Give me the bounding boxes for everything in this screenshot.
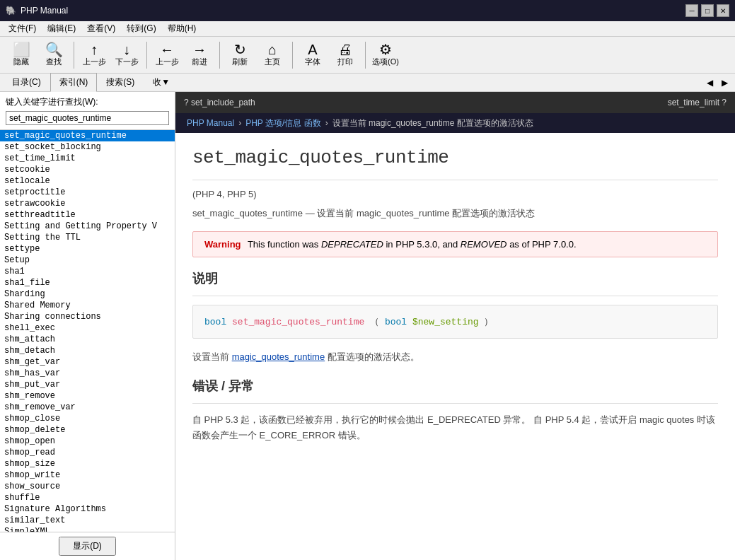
menu-file[interactable]: 文件(F) <box>3 21 42 36</box>
list-item[interactable]: shmop_open <box>0 436 175 447</box>
list-item[interactable]: set_magic_quotes_runtime <box>0 130 175 141</box>
list-item[interactable]: setproctitle <box>0 187 175 198</box>
arrow-left-icon[interactable]: ◀ <box>702 75 717 91</box>
func-title: set_magic_quotes_runtime <box>192 147 718 168</box>
toolbar-sep-4 <box>292 42 293 69</box>
tb-font[interactable]: A 字体 <box>297 40 328 71</box>
list-item[interactable]: SimpleXML <box>0 526 175 532</box>
app-title: PHP Manual <box>21 6 68 16</box>
menu-view[interactable]: 查看(V) <box>81 21 121 36</box>
list-item[interactable]: setcookie <box>0 164 175 175</box>
close-button[interactable]: ✕ <box>717 4 729 17</box>
breadcrumb-sep-1: › <box>238 118 241 128</box>
menu-edit[interactable]: 编辑(E) <box>42 21 81 36</box>
list-item[interactable]: shm_remove <box>0 390 175 402</box>
list-item[interactable]: shm_put_var <box>0 379 175 390</box>
nav-next-link[interactable]: set_time_limit ? <box>668 98 727 107</box>
list-item[interactable]: shm_remove_var <box>0 402 175 413</box>
tb-home-label: 主页 <box>265 57 280 67</box>
content-nav-right: set_time_limit ? <box>668 98 727 107</box>
warning-removed: REMOVED <box>461 239 507 250</box>
hide-icon: ⬜ <box>13 42 30 57</box>
minimize-button[interactable]: ─ <box>685 4 698 17</box>
list-item[interactable]: similar_text <box>0 515 175 526</box>
list-item[interactable]: setlocale <box>0 175 175 187</box>
toolbar: ⬜ 隐藏 🔍 查找 ↑ 上一步 ↓ 下一步 ← 上一步 → 前进 ↻ 刷新 ⌂ … <box>0 37 735 74</box>
maximize-button[interactable]: □ <box>701 4 714 17</box>
list-item[interactable]: settype <box>0 243 175 255</box>
list-item[interactable]: shm_detach <box>0 345 175 356</box>
title-bar: 🐘 PHP Manual ─ □ ✕ <box>0 0 735 21</box>
tb-prev[interactable]: ↑ 上一步 <box>79 40 110 71</box>
list-item[interactable]: shuffle <box>0 492 175 503</box>
code-param-type: bool <box>385 317 407 327</box>
list-item[interactable]: show_source <box>0 481 175 492</box>
set-desc-link[interactable]: magic_quotes_runtime <box>232 351 325 362</box>
nav-prev-link[interactable]: ? set_include_path <box>184 98 255 107</box>
sidebar: 键入关键字进行查找(W): set_magic_quotes_runtimese… <box>0 92 175 560</box>
list-item[interactable]: Setup <box>0 255 175 266</box>
list-item[interactable]: shm_has_var <box>0 368 175 379</box>
search-input[interactable] <box>6 111 169 125</box>
title-bar-left: 🐘 PHP Manual <box>6 6 68 16</box>
tb-forward[interactable]: → 前进 <box>184 40 215 71</box>
tb-forward-label: 前进 <box>192 57 207 67</box>
nav-tabs: 目录(C) 索引(N) 搜索(S) 收▼ ◀ ▶ <box>0 74 735 92</box>
tb-options[interactable]: ⚙ 选项(O) <box>370 40 401 71</box>
list-item[interactable]: shmop_size <box>0 458 175 469</box>
tb-font-label: 字体 <box>305 57 320 67</box>
list-item[interactable]: setrawcookie <box>0 198 175 209</box>
list-item[interactable]: set_time_limit <box>0 153 175 164</box>
list-item[interactable]: shell_exec <box>0 322 175 334</box>
list-item[interactable]: Setting the TTL <box>0 232 175 243</box>
list-item[interactable]: Shared Memory <box>0 300 175 311</box>
list-item[interactable]: shmop_close <box>0 413 175 424</box>
back-icon: ← <box>160 42 174 57</box>
list-item[interactable]: sha1 <box>0 266 175 277</box>
section-shuoming: 说明 <box>192 270 718 287</box>
tb-print[interactable]: 🖨 打印 <box>330 40 361 71</box>
set-desc-before: 设置当前 <box>192 351 229 362</box>
list-item[interactable]: shm_attach <box>0 334 175 345</box>
toolbar-sep-1 <box>74 42 74 69</box>
tab-toc[interactable]: 目录(C) <box>3 73 50 92</box>
menu-goto[interactable]: 转到(G) <box>121 21 161 36</box>
breadcrumb-home[interactable]: PHP Manual <box>187 118 234 128</box>
list-item[interactable]: shmop_write <box>0 469 175 481</box>
list-item[interactable]: Setting and Getting Property V <box>0 221 175 232</box>
list-item[interactable]: shmop_read <box>0 447 175 458</box>
find-icon: 🔍 <box>45 42 63 57</box>
list-item[interactable]: shm_get_var <box>0 356 175 368</box>
tab-index[interactable]: 索引(N) <box>50 73 98 92</box>
arrow-right-icon[interactable]: ▶ <box>717 75 732 91</box>
section-errors: 错误 / 异常 <box>192 378 718 395</box>
list-item[interactable]: set_socket_blocking <box>0 141 175 153</box>
list-item[interactable]: Sharing connections <box>0 311 175 322</box>
tab-collect[interactable]: 收▼ <box>144 73 179 92</box>
list-item[interactable]: sha1_file <box>0 277 175 288</box>
tb-back[interactable]: ← 上一步 <box>151 40 183 71</box>
warning-box: Warning This function was DEPRECATED in … <box>192 231 718 257</box>
sidebar-search: 键入关键字进行查找(W): <box>0 92 175 130</box>
sidebar-footer: 显示(D) <box>0 532 175 560</box>
warning-text-after: as of PHP 7.0.0. <box>509 239 576 250</box>
breadcrumb-section[interactable]: PHP 选项/信息 函数 <box>245 117 320 129</box>
list-item[interactable]: setthreadtitle <box>0 209 175 221</box>
tab-search[interactable]: 搜索(S) <box>97 73 144 92</box>
window-controls: ─ □ ✕ <box>685 4 729 17</box>
tb-next[interactable]: ↓ 下一步 <box>111 40 142 71</box>
list-item[interactable]: Signature Algorithms <box>0 503 175 515</box>
code-box: bool set_magic_quotes_runtime （ bool $ne… <box>192 305 718 339</box>
tb-refresh[interactable]: ↻ 刷新 <box>224 40 255 71</box>
list-item[interactable]: shmop_delete <box>0 424 175 436</box>
up-icon: ↑ <box>91 42 98 57</box>
tb-find-label: 查找 <box>46 57 62 67</box>
display-button[interactable]: 显示(D) <box>59 537 116 556</box>
tb-hide[interactable]: ⬜ 隐藏 <box>6 40 37 71</box>
tb-home[interactable]: ⌂ 主页 <box>257 40 288 71</box>
refresh-icon: ↻ <box>234 42 246 57</box>
menu-help[interactable]: 帮助(H) <box>162 21 202 36</box>
tb-find[interactable]: 🔍 查找 <box>38 40 69 71</box>
list-item[interactable]: Sharding <box>0 288 175 300</box>
main-area: 键入关键字进行查找(W): set_magic_quotes_runtimese… <box>0 92 735 560</box>
